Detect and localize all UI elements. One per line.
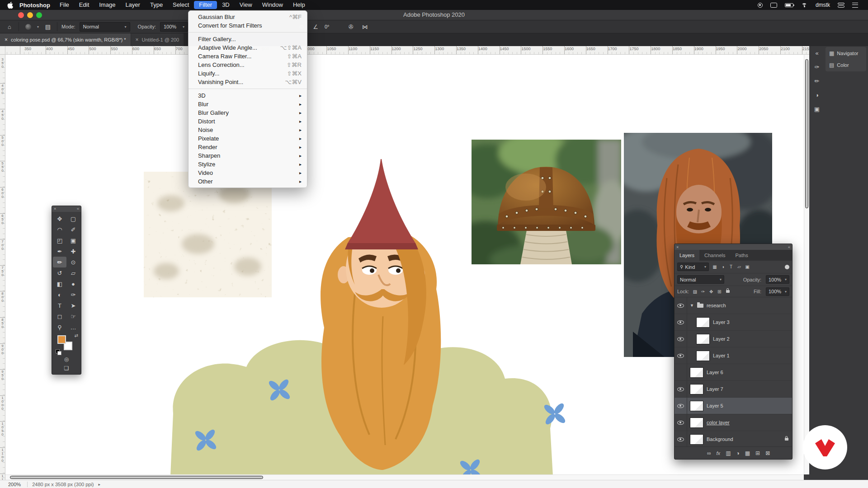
layer-row[interactable]: Layer 5 [675,398,792,414]
display-icon[interactable] [770,3,777,8]
brush-preset-caret-icon[interactable]: ▾ [37,25,39,29]
filter-menu-item[interactable] [189,89,307,89]
layer-thumbnail[interactable] [690,418,703,428]
filter-menu-item[interactable]: 3D ▸ [189,91,307,100]
eyedropper-tool[interactable]: ✒ [53,246,66,257]
menubar-app-name[interactable]: Photoshop [15,2,55,9]
layer-row[interactable]: Layer 6 [675,364,792,381]
brush-settings-icon[interactable]: ✑ [811,62,822,72]
status-menu-arrow-icon[interactable]: ▸ [99,482,101,487]
visibility-toggle[interactable] [675,431,687,446]
layer-thumbnail[interactable] [690,384,703,394]
gradient-tool[interactable]: ◧ [53,278,66,289]
layer-thumbnail[interactable] [696,334,710,344]
filter-shape-layers-icon[interactable]: ▱ [735,263,743,271]
filter-menu-item[interactable]: Convert for Smart Filters [189,21,307,30]
lock-transparency-icon[interactable]: ▨ [691,287,699,296]
new-adjustment-layer-button[interactable]: ◑ [736,450,739,456]
panel-tab[interactable]: Layers [675,250,699,261]
menubar-item[interactable]: Filter [194,1,217,9]
filter-menu-item[interactable]: Distort ▸ [189,117,307,126]
tab-close-icon[interactable]: × [5,37,8,43]
delete-layer-button[interactable]: ⊠ [765,450,770,456]
panel-navigator[interactable]: ▦ Navigator [826,47,866,59]
marquee-tool[interactable]: ▢ [66,213,80,224]
healing-brush-tool[interactable]: ✚ [66,246,80,257]
frame-tool[interactable]: ▣ [66,235,80,246]
link-layers-button[interactable]: ∞ [707,450,711,456]
move-tool[interactable]: ✥ [53,213,66,224]
filter-type-layers-icon[interactable]: T [727,263,735,271]
menubar-item[interactable]: Window [257,1,288,9]
layer-name[interactable]: Layer 5 [707,403,723,408]
swap-colors-icon[interactable]: ⇄ [75,333,78,338]
lasso-tool[interactable]: ◠ [53,224,66,235]
menubar-item[interactable]: Select [168,1,194,9]
layer-style-button[interactable]: fx [717,450,721,456]
layer-name[interactable]: Background [707,436,733,442]
filter-menu-item[interactable]: Render ▸ [189,143,307,151]
screen-record-icon[interactable] [758,3,763,8]
tab-close-icon[interactable]: × [136,37,139,43]
brush-tool[interactable]: ✏ [53,257,66,267]
layer-name[interactable]: Layer 1 [713,353,730,358]
layer-opacity-select[interactable]: 100% ▾ [766,275,789,284]
vertical-scrollbar-thumb[interactable] [805,59,808,208]
menubar-item[interactable]: View [235,1,257,9]
filter-menu-item[interactable]: Gaussian Blur ^⌘F [189,13,307,21]
symmetry-icon[interactable]: ⋈ [360,22,370,31]
filter-menu-item[interactable]: Video ▸ [189,169,307,177]
blur-tool[interactable]: ● [66,278,80,289]
default-colors-icon[interactable] [56,349,60,353]
visibility-toggle[interactable] [675,398,687,414]
group-expand-caret[interactable]: ▼ [690,303,694,308]
lock-pixels-icon[interactable]: ✑ [699,287,707,296]
collapse-panel-icon[interactable]: « [788,245,790,249]
filter-menu-item[interactable]: Pixelate ▸ [189,134,307,143]
layer-name[interactable]: Layer 7 [707,386,723,392]
filter-menu-item[interactable]: Filter Gallery... [189,35,307,43]
menubar-item[interactable]: Image [94,1,120,9]
layer-row[interactable]: Background [675,431,792,446]
control-center-icon[interactable] [838,3,844,8]
layer-thumbnail[interactable] [696,317,710,328]
eraser-tool[interactable]: ▱ [66,267,80,278]
menubar-item[interactable]: File [55,1,74,9]
zoom-level-field[interactable]: 200% [6,482,23,487]
layer-name[interactable]: color layer [707,420,730,425]
opacity-select[interactable]: 100% ▾ [160,22,188,32]
filter-menu-item[interactable]: Liquify... ⇧⌘X [189,69,307,78]
username-label[interactable]: dmstk [816,2,830,8]
close-panel-icon[interactable]: × [676,245,679,249]
layer-blend-mode-select[interactable]: Normal ▾ [677,275,724,284]
close-panel-icon[interactable]: × [54,206,56,212]
layer-thumbnail[interactable] [696,351,710,361]
color-panel-icon[interactable]: ◑ [811,90,822,100]
filter-menu-item[interactable]: Blur Gallery ▸ [189,108,307,117]
libraries-icon[interactable]: ▣ [811,104,822,114]
filter-menu-item[interactable] [189,32,307,33]
lock-all-icon[interactable] [726,290,730,293]
zoom-tool[interactable]: ⚲ [53,322,66,333]
filter-menu-item[interactable]: Blur ▸ [189,100,307,108]
lock-artboard-icon[interactable]: ⊞ [715,287,723,296]
filter-pixel-layers-icon[interactable]: ▦ [711,263,719,271]
layer-row[interactable]: Layer 1 [675,347,792,364]
layer-name[interactable]: research [707,303,726,308]
battery-icon[interactable] [785,3,793,7]
menubar-item[interactable]: Edit [74,1,94,9]
kind-filter-select[interactable]: ⚲ Kind ▾ [677,263,709,271]
menu-list-icon[interactable] [852,3,858,8]
filter-smart-objects-icon[interactable]: ▣ [743,263,751,271]
filter-menu-item[interactable]: Vanishing Point... ⌥⌘V [189,78,307,86]
layers-panel-header[interactable]: × « [675,244,792,250]
filtering-toggle[interactable] [785,265,789,269]
path-select-tool[interactable]: ➤ [66,300,80,311]
layer-name[interactable]: Layer 2 [713,336,730,342]
layer-row[interactable]: color layer [675,414,792,431]
crop-tool[interactable]: ◰ [53,235,66,246]
filter-menu-item[interactable]: Lens Correction... ⇧⌘R [189,61,307,69]
horizontal-scrollbar-thumb[interactable] [10,476,263,479]
brushes-icon[interactable]: ✏ [811,76,822,86]
quick-mask-icon[interactable]: ◎ [61,355,71,363]
